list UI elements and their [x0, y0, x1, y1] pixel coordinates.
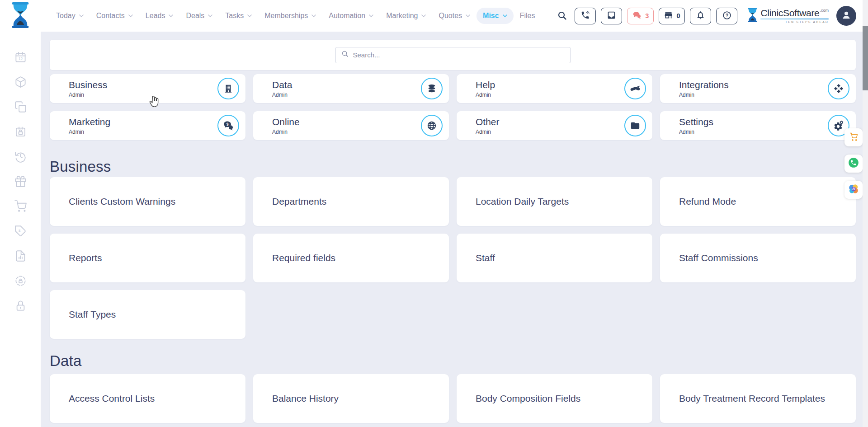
nav-label: Misc: [483, 12, 499, 20]
category-subtitle: Admin: [679, 129, 713, 135]
chevron-down-icon: [369, 14, 373, 17]
app-logo[interactable]: [10, 2, 31, 30]
search-icon[interactable]: [557, 10, 568, 21]
category-card-other[interactable]: OtherAdmin: [457, 111, 652, 140]
module-search[interactable]: [335, 47, 571, 63]
nav-quotes[interactable]: Quotes: [432, 8, 476, 24]
nav-misc[interactable]: Misc: [476, 8, 514, 24]
nav-deals[interactable]: Deals: [179, 8, 219, 24]
globe-icon: [421, 115, 443, 136]
chevron-down-icon: [79, 14, 84, 17]
inbox-icon: [607, 10, 616, 21]
module-card-label: Clients Custom Warnings: [69, 196, 175, 207]
nav-label: Today: [56, 12, 75, 20]
storefront-icon: [664, 10, 673, 21]
inbox-button[interactable]: [601, 8, 622, 24]
category-card-settings[interactable]: SettingsAdmin: [660, 111, 856, 140]
module-card-access-control-lists[interactable]: Access Control Lists: [50, 374, 245, 423]
category-card-help[interactable]: HelpAdmin: [457, 74, 652, 103]
chevron-down-icon: [208, 14, 212, 17]
help-button[interactable]: ?: [716, 8, 737, 24]
category-title: Data: [272, 80, 292, 90]
store-button[interactable]: 0: [659, 8, 685, 24]
category-title: Help: [476, 80, 495, 90]
nav-contacts[interactable]: Contacts: [90, 8, 139, 24]
module-card-label: Staff Types: [69, 309, 116, 320]
vertical-scrollbar[interactable]: [863, 0, 868, 427]
floating-cart-button[interactable]: [844, 128, 863, 146]
category-card-online[interactable]: OnlineAdmin: [253, 111, 449, 140]
module-card-staff[interactable]: Staff: [457, 234, 652, 282]
gift-icon[interactable]: [14, 175, 27, 188]
shopping-calendar-icon[interactable]: [14, 126, 27, 138]
category-subtitle: Admin: [69, 129, 110, 135]
notifications-button[interactable]: [690, 8, 711, 24]
package-icon[interactable]: [14, 76, 27, 88]
report-icon[interactable]: [14, 250, 27, 262]
hourglass-logo-small-icon: [747, 8, 758, 24]
copies-icon[interactable]: [14, 101, 27, 113]
category-card-integrations[interactable]: IntegrationsAdmin: [660, 74, 856, 103]
category-title: Settings: [679, 117, 713, 127]
user-avatar[interactable]: [836, 6, 856, 26]
module-card-label: Departments: [272, 196, 326, 207]
calendar-icon[interactable]: 12: [14, 51, 27, 63]
module-card-label: Reports: [69, 253, 102, 263]
svg-text:AI: AI: [852, 187, 855, 190]
main-nav: Today Contacts Leads Deals Tasks Members…: [50, 8, 541, 24]
category-grid: BusinessAdmin DataAdmin HelpAdmin Integr…: [50, 74, 856, 140]
floating-ai-button[interactable]: AI: [844, 181, 863, 199]
person-icon: [840, 9, 852, 23]
nav-automation[interactable]: Automation: [322, 8, 380, 24]
brand-text: ClinicSoftware.com TEN STEPS AHEAD: [760, 8, 829, 24]
account-privacy-icon[interactable]: [14, 275, 27, 287]
module-card-body-composition-fields[interactable]: Body Composition Fields: [457, 374, 652, 423]
category-title: Integrations: [679, 80, 729, 90]
nav-leads[interactable]: Leads: [139, 8, 180, 24]
module-card-location-daily-targets[interactable]: Location Daily Targets: [457, 177, 652, 226]
search-icon: [341, 50, 349, 60]
cart-icon[interactable]: [14, 200, 27, 212]
lock-icon[interactable]: [14, 300, 27, 312]
floating-whatsapp-button[interactable]: [844, 155, 863, 173]
module-card-clients-custom-warnings[interactable]: Clients Custom Warnings: [50, 177, 245, 226]
nav-label: Marketing: [386, 12, 418, 20]
nav-memberships[interactable]: Memberships: [258, 8, 322, 24]
nav-files[interactable]: Files: [514, 8, 542, 24]
module-card-staff-commissions[interactable]: Staff Commissions: [660, 234, 856, 282]
clinicsoftware-logo[interactable]: ClinicSoftware.com TEN STEPS AHEAD: [747, 8, 829, 24]
svg-text:$: $: [226, 122, 229, 127]
history-icon[interactable]: [14, 150, 27, 163]
topbar: Today Contacts Leads Deals Tasks Members…: [0, 0, 868, 32]
nav-marketing[interactable]: Marketing: [380, 8, 432, 24]
module-card-reports[interactable]: Reports: [50, 234, 245, 282]
module-card-staff-types[interactable]: Staff Types: [50, 290, 245, 339]
phone-button[interactable]: [575, 8, 596, 24]
module-card-departments[interactable]: Departments: [253, 177, 449, 226]
category-subtitle: Admin: [476, 92, 495, 98]
sidebar: 12 $: [0, 32, 41, 427]
module-card-refund-mode[interactable]: Refund Mode: [660, 177, 856, 226]
category-title: Other: [476, 117, 500, 127]
category-card-marketing[interactable]: MarketingAdmin $: [50, 111, 245, 140]
nav-tasks[interactable]: Tasks: [219, 8, 258, 24]
nav-label: Leads: [146, 12, 165, 20]
module-card-label: Balance History: [272, 393, 339, 404]
chat-button[interactable]: 3: [627, 8, 654, 24]
category-card-business[interactable]: BusinessAdmin: [50, 74, 245, 103]
phone-icon: [580, 10, 590, 21]
category-subtitle: Admin: [679, 92, 729, 98]
chevron-down-icon: [311, 14, 316, 17]
main-content: BusinessAdmin DataAdmin HelpAdmin Integr…: [50, 40, 856, 423]
module-card-required-fields[interactable]: Required fields: [253, 234, 449, 282]
search-input[interactable]: [353, 51, 565, 59]
module-card-body-treatment-record-templates[interactable]: Body Treatment Record Templates: [660, 374, 856, 423]
handshake-icon: [624, 78, 646, 99]
category-card-data[interactable]: DataAdmin: [253, 74, 449, 103]
nav-today[interactable]: Today: [50, 8, 90, 24]
chevron-down-icon: [169, 14, 173, 17]
module-card-label: Staff Commissions: [679, 253, 758, 263]
price-tag-icon[interactable]: $: [14, 225, 27, 237]
scrollbar-thumb[interactable]: [863, 26, 868, 90]
module-card-balance-history[interactable]: Balance History: [253, 374, 449, 423]
